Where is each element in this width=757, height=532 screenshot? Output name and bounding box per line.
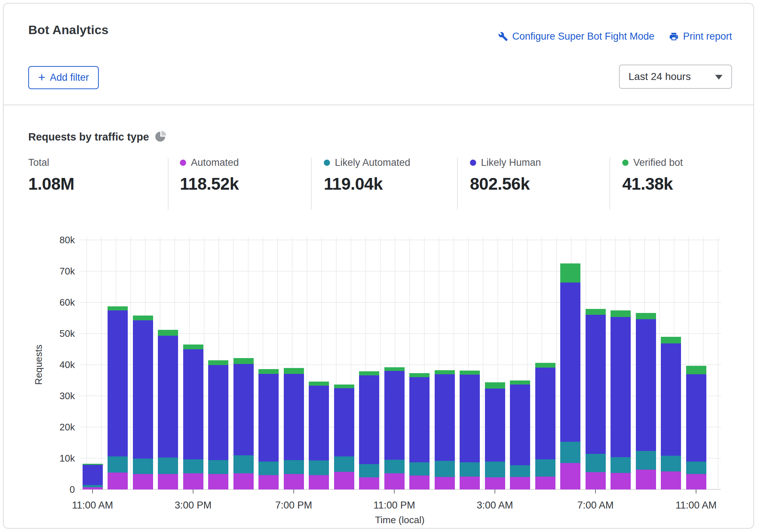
time-range-select[interactable]: Last 24 hours <box>619 65 732 89</box>
bar-segment-likely-automated[interactable] <box>258 462 279 475</box>
bar-segment-likely-automated[interactable] <box>661 456 681 471</box>
bar-segment-likely-human[interactable] <box>359 375 379 464</box>
bar-segment-verified-bot[interactable] <box>535 363 555 368</box>
bar-segment-verified-bot[interactable] <box>611 310 631 317</box>
bar-segment-automated[interactable] <box>510 477 530 489</box>
bar-segment-verified-bot[interactable] <box>586 309 606 315</box>
bar-segment-verified-bot[interactable] <box>183 345 203 349</box>
bar-segment-automated[interactable] <box>158 474 178 489</box>
bar-segment-automated[interactable] <box>208 474 228 489</box>
bar-segment-automated[interactable] <box>686 474 706 489</box>
bar-segment-likely-human[interactable] <box>535 368 555 460</box>
bar-segment-verified-bot[interactable] <box>560 263 580 283</box>
bar-segment-likely-human[interactable] <box>309 386 329 460</box>
bar-segment-automated[interactable] <box>409 475 430 489</box>
bar-segment-verified-bot[interactable] <box>83 464 103 465</box>
bar-segment-automated[interactable] <box>384 473 405 489</box>
bar-segment-automated[interactable] <box>611 473 631 489</box>
bar-segment-automated[interactable] <box>233 473 254 489</box>
bar-segment-automated[interactable] <box>133 474 153 489</box>
bar-segment-likely-human[interactable] <box>636 319 656 451</box>
bar-segment-automated[interactable] <box>661 471 681 489</box>
bar-segment-automated[interactable] <box>560 463 580 489</box>
bar-segment-automated[interactable] <box>586 472 606 489</box>
bar-segment-likely-human[interactable] <box>611 317 631 457</box>
bar-segment-likely-human[interactable] <box>409 377 430 462</box>
bar-segment-automated[interactable] <box>309 475 329 489</box>
bar-segment-automated[interactable] <box>284 474 304 489</box>
bar-segment-likely-human[interactable] <box>686 374 706 462</box>
bar-segment-verified-bot[interactable] <box>686 366 706 374</box>
bar-segment-likely-automated[interactable] <box>208 460 228 474</box>
bar-segment-verified-bot[interactable] <box>661 337 681 343</box>
add-filter-button[interactable]: + Add filter <box>28 66 99 89</box>
bar-segment-verified-bot[interactable] <box>108 306 128 310</box>
bar-segment-likely-human[interactable] <box>158 336 178 458</box>
bar-segment-automated[interactable] <box>359 477 379 489</box>
bar-segment-likely-human[interactable] <box>334 388 354 456</box>
bar-segment-likely-human[interactable] <box>435 374 455 460</box>
bar-segment-automated[interactable] <box>535 477 555 489</box>
bar-segment-likely-automated[interactable] <box>485 462 505 477</box>
bar-segment-likely-automated[interactable] <box>233 455 254 473</box>
bar-segment-likely-automated[interactable] <box>133 459 153 474</box>
bar-segment-likely-automated[interactable] <box>510 465 530 477</box>
bar-segment-automated[interactable] <box>485 477 505 489</box>
bar-segment-verified-bot[interactable] <box>485 382 505 389</box>
bar-segment-automated[interactable] <box>636 470 656 489</box>
bar-segment-verified-bot[interactable] <box>258 369 279 374</box>
bar-segment-verified-bot[interactable] <box>460 371 480 375</box>
bar-segment-likely-human[interactable] <box>460 375 480 462</box>
bar-segment-likely-human[interactable] <box>133 320 153 459</box>
bar-segment-verified-bot[interactable] <box>435 370 455 374</box>
configure-super-bot-fight-mode-link[interactable]: Configure Super Bot Fight Mode <box>498 31 654 42</box>
bar-segment-likely-human[interactable] <box>661 343 681 456</box>
bar-segment-likely-human[interactable] <box>560 283 580 442</box>
bar-segment-likely-automated[interactable] <box>108 456 128 473</box>
bar-segment-automated[interactable] <box>258 475 279 489</box>
bar-segment-verified-bot[interactable] <box>158 330 178 336</box>
bar-segment-verified-bot[interactable] <box>510 380 530 385</box>
bar-segment-verified-bot[interactable] <box>284 368 304 374</box>
bar-segment-likely-automated[interactable] <box>560 442 580 463</box>
bar-segment-automated[interactable] <box>435 477 455 489</box>
bar-segment-automated[interactable] <box>334 472 354 489</box>
bar-segment-likely-human[interactable] <box>258 374 279 462</box>
bar-segment-verified-bot[interactable] <box>384 367 405 371</box>
bar-segment-likely-automated[interactable] <box>636 451 656 470</box>
bar-segment-likely-human[interactable] <box>586 315 606 454</box>
bar-segment-likely-automated[interactable] <box>334 456 354 472</box>
bar-segment-verified-bot[interactable] <box>208 360 228 365</box>
bar-segment-automated[interactable] <box>83 487 103 489</box>
bar-segment-likely-automated[interactable] <box>686 462 706 474</box>
bar-segment-likely-automated[interactable] <box>535 459 555 477</box>
bar-segment-likely-automated[interactable] <box>409 462 430 475</box>
bar-segment-likely-human[interactable] <box>208 365 228 460</box>
bar-segment-likely-automated[interactable] <box>309 460 329 475</box>
bar-segment-likely-human[interactable] <box>108 310 128 456</box>
bar-segment-automated[interactable] <box>183 473 203 489</box>
bar-segment-verified-bot[interactable] <box>636 313 656 319</box>
bar-segment-likely-automated[interactable] <box>460 462 480 477</box>
bar-segment-likely-human[interactable] <box>384 371 405 460</box>
bar-segment-likely-human[interactable] <box>83 465 103 485</box>
bar-segment-likely-human[interactable] <box>485 389 505 462</box>
bar-segment-verified-bot[interactable] <box>359 371 379 375</box>
bar-segment-likely-automated[interactable] <box>611 457 631 473</box>
bar-segment-likely-automated[interactable] <box>183 459 203 473</box>
bar-segment-likely-automated[interactable] <box>384 460 405 473</box>
bar-segment-verified-bot[interactable] <box>133 316 153 321</box>
bar-segment-verified-bot[interactable] <box>309 382 329 386</box>
bar-segment-likely-automated[interactable] <box>435 461 455 477</box>
bar-segment-likely-automated[interactable] <box>586 454 606 472</box>
print-report-link[interactable]: Print report <box>669 31 732 42</box>
bar-segment-likely-human[interactable] <box>284 374 304 460</box>
bar-segment-automated[interactable] <box>460 477 480 489</box>
bar-segment-verified-bot[interactable] <box>334 385 354 388</box>
bar-segment-verified-bot[interactable] <box>233 358 254 364</box>
bar-segment-likely-human[interactable] <box>183 349 203 460</box>
bar-segment-likely-automated[interactable] <box>359 464 379 477</box>
bar-segment-likely-human[interactable] <box>510 385 530 465</box>
bar-segment-likely-automated[interactable] <box>284 460 304 474</box>
bar-segment-likely-automated[interactable] <box>158 458 178 474</box>
